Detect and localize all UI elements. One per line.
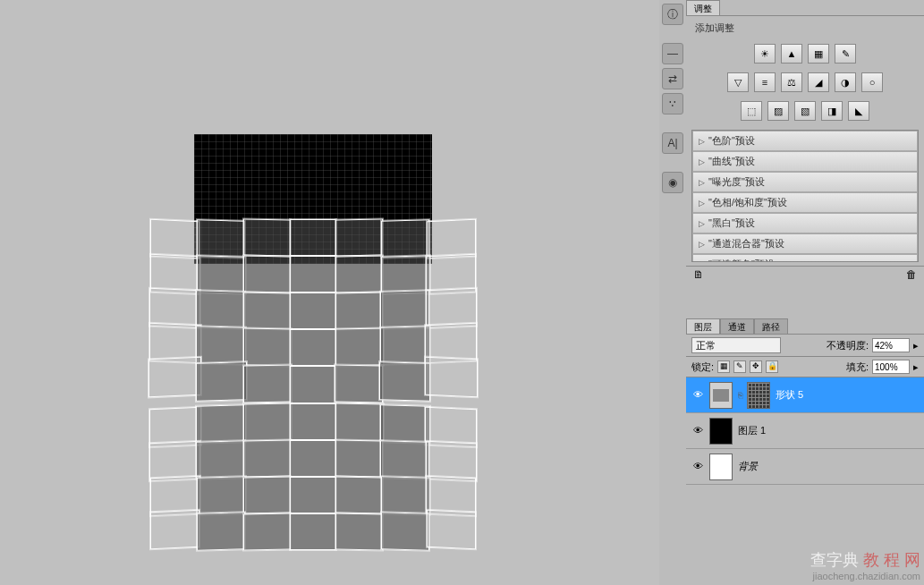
warp-cell[interactable] — [243, 219, 291, 257]
doc-icon[interactable]: 🗎 — [693, 268, 704, 280]
lock-pixels-icon[interactable]: ✎ — [733, 360, 746, 373]
warp-transform-grid[interactable] — [152, 219, 474, 550]
warp-cell[interactable] — [381, 512, 429, 550]
trash-icon[interactable]: 🗑 — [906, 268, 917, 280]
adj-icon-r2-4[interactable]: ◑ — [835, 72, 856, 92]
layer-list[interactable]: 👁 ⎘ 形状 5 👁 图层 1 👁 背景 — [686, 377, 924, 485]
tab-channels[interactable]: 通道 — [720, 318, 754, 334]
layer-thumb[interactable] — [709, 382, 733, 409]
warp-cell[interactable] — [196, 404, 246, 444]
tab-paths[interactable]: 路径 — [754, 318, 788, 334]
warp-cell[interactable] — [290, 256, 335, 292]
warp-cell[interactable] — [243, 365, 292, 403]
adj-icon-r3-0[interactable]: ⬚ — [741, 101, 762, 121]
warp-cell[interactable] — [380, 291, 429, 330]
lock-transparency-icon[interactable]: ▦ — [717, 360, 730, 373]
warp-cell[interactable] — [335, 476, 383, 513]
adj-icon-r1-0[interactable]: ☀ — [754, 44, 776, 64]
preset-item[interactable]: ▷"色阶"预设 — [692, 131, 918, 151]
warp-cell[interactable] — [335, 365, 383, 403]
layer-row[interactable]: 👁 背景 — [686, 449, 924, 485]
warp-cell[interactable] — [290, 477, 335, 513]
warp-cell[interactable] — [290, 513, 335, 549]
swap-icon[interactable]: ⇄ — [662, 68, 683, 89]
adj-icon-r1-3[interactable]: ✎ — [835, 44, 856, 64]
adj-icon-r2-2[interactable]: ⚖ — [781, 72, 802, 92]
warp-cell[interactable] — [243, 256, 291, 293]
warp-cell[interactable] — [197, 219, 245, 258]
adj-icon-r2-1[interactable]: ≡ — [754, 72, 776, 92]
warp-cell[interactable] — [380, 404, 430, 444]
warp-cell[interactable] — [290, 219, 335, 255]
layer-name[interactable]: 形状 5 — [776, 388, 803, 402]
layer-name[interactable]: 背景 — [738, 460, 758, 473]
visibility-icon[interactable]: 👁 — [691, 425, 704, 437]
warp-cell[interactable] — [425, 357, 478, 398]
warp-cell[interactable] — [381, 255, 430, 293]
adj-icon-r3-3[interactable]: ◨ — [821, 101, 843, 121]
tab-layers[interactable]: 图层 — [686, 318, 720, 334]
opacity-input[interactable] — [872, 338, 910, 352]
vector-mask-thumb[interactable] — [747, 382, 770, 409]
warp-cell[interactable] — [197, 255, 246, 293]
warp-cell[interactable] — [243, 328, 292, 366]
warp-cell[interactable] — [196, 291, 245, 330]
layer-thumb[interactable] — [709, 418, 733, 445]
adj-icon-r1-2[interactable]: ▦ — [808, 44, 829, 64]
type-icon[interactable]: A| — [662, 132, 683, 154]
warp-cell[interactable] — [381, 476, 430, 514]
warp-cell[interactable] — [290, 366, 335, 403]
fill-arrow-icon[interactable]: ▸ — [913, 361, 919, 373]
lock-position-icon[interactable]: ✥ — [750, 360, 762, 373]
clone-icon[interactable]: ∵ — [662, 93, 683, 114]
warp-cell[interactable] — [427, 510, 476, 550]
preset-item[interactable]: ▷"色相/饱和度"预设 — [692, 192, 918, 213]
warp-cell[interactable] — [196, 361, 247, 401]
warp-cell[interactable] — [243, 292, 291, 329]
canvas-area[interactable]: // generate fine grid inside black rect … — [0, 0, 653, 585]
preset-item[interactable]: ▷"黑白"预设 — [692, 213, 918, 233]
preset-item[interactable]: ▷"曝光度"预设 — [692, 172, 918, 192]
adj-icon-r1-1[interactable]: ▲ — [781, 44, 802, 64]
adj-icon-r3-2[interactable]: ▧ — [794, 101, 816, 121]
warp-cell[interactable] — [197, 476, 246, 514]
warp-cell[interactable] — [290, 403, 335, 440]
blend-mode-select[interactable]: 正常 — [691, 337, 781, 353]
warp-cell[interactable] — [243, 476, 291, 513]
warp-cell[interactable] — [243, 513, 291, 550]
visibility-icon[interactable]: 👁 — [691, 461, 704, 473]
warp-cell[interactable] — [243, 440, 291, 478]
camera-icon[interactable]: ◉ — [662, 172, 683, 193]
warp-cell[interactable] — [148, 357, 201, 398]
preset-list[interactable]: ▷"色阶"预设▷"曲线"预设▷"曝光度"预设▷"色相/饱和度"预设▷"黑白"预设… — [691, 130, 919, 262]
warp-cell[interactable] — [335, 440, 383, 478]
warp-cell[interactable] — [290, 440, 335, 477]
opacity-arrow-icon[interactable]: ▸ — [913, 340, 919, 352]
warp-cell[interactable] — [290, 292, 335, 329]
warp-cell[interactable] — [335, 513, 383, 550]
tab-adjustments[interactable]: 调整 — [686, 0, 720, 15]
preset-item[interactable]: ▷"通道混合器"预设 — [692, 233, 918, 254]
warp-cell[interactable] — [290, 329, 335, 366]
lock-all-icon[interactable]: 🔒 — [766, 360, 778, 373]
warp-cell[interactable] — [335, 219, 383, 257]
warp-cell[interactable] — [380, 440, 429, 479]
layer-row[interactable]: 👁 图层 1 — [686, 413, 924, 449]
warp-cell[interactable] — [335, 256, 383, 293]
warp-cell[interactable] — [381, 219, 429, 258]
adj-icon-r3-1[interactable]: ▨ — [767, 101, 789, 121]
preset-item[interactable]: ▷"可选颜色"预设 — [692, 254, 918, 262]
adj-icon-r2-0[interactable]: ▽ — [727, 72, 749, 92]
warp-cell[interactable] — [243, 403, 292, 441]
visibility-icon[interactable]: 👁 — [691, 389, 704, 402]
warp-cell[interactable] — [150, 510, 199, 550]
warp-cell[interactable] — [380, 326, 430, 365]
layer-row[interactable]: 👁 ⎘ 形状 5 — [686, 377, 924, 413]
warp-cell[interactable] — [335, 292, 383, 329]
adj-icon-r2-3[interactable]: ◢ — [808, 72, 829, 92]
layer-thumb[interactable] — [709, 454, 733, 480]
warp-cell[interactable] — [196, 326, 246, 365]
adj-icon-r2-5[interactable]: ○ — [861, 72, 883, 92]
warp-cell[interactable] — [379, 361, 430, 401]
warp-cell[interactable] — [335, 328, 384, 366]
